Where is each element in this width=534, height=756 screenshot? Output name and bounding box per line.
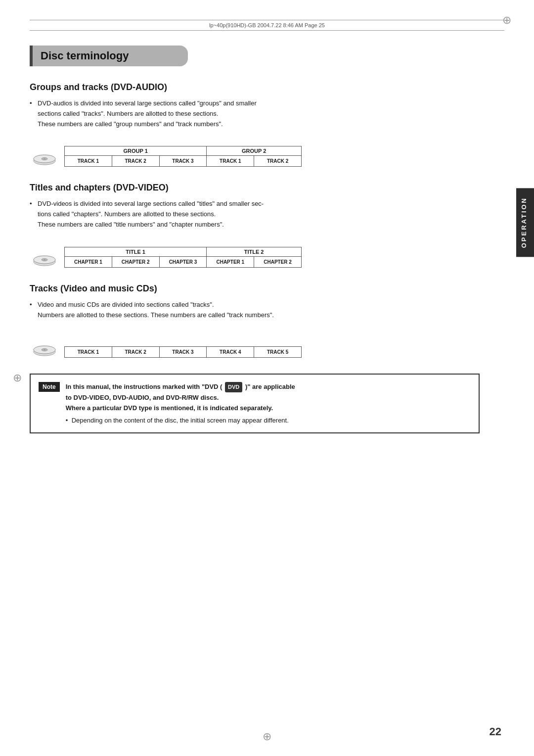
dvd-video-bullet: DVD-videos is divided into several large… (30, 199, 480, 230)
note-label: Note (39, 382, 60, 392)
cd-tracks-row: TRACK 1 TRACK 2 TRACK 3 TRACK 4 TRACK 5 (65, 347, 301, 357)
title-header-row: TITLE 1 TITLE 2 (65, 247, 301, 257)
disc-icon-audio (30, 137, 59, 167)
cd-tracks-section: Tracks (Video and music CDs) Video and m… (30, 284, 480, 358)
dvd-video-heading: Titles and chapters (DVD-VIDEO) (30, 183, 480, 193)
audio-track-4: TRACK 1 (207, 156, 254, 166)
disc-icon-video (30, 238, 59, 268)
audio-track-1: TRACK 1 (65, 156, 112, 166)
note-line1: In this manual, the instructions marked … (66, 381, 295, 392)
crosshair-left-mid-icon: ⊕ (13, 373, 22, 383)
cd-tracks-diagram: TRACK 1 TRACK 2 TRACK 3 TRACK 4 TRACK 5 (30, 328, 480, 358)
cd-track-3: TRACK 3 (160, 347, 207, 357)
group2-header: GROUP 2 (207, 146, 301, 155)
chapter-1: CHAPTER 1 (65, 257, 112, 267)
chapter-3: CHAPTER 3 (160, 257, 207, 267)
audio-track-3: TRACK 3 (160, 156, 207, 166)
crosshair-bottom-center-icon: ⊕ (263, 731, 271, 742)
title2-header: TITLE 2 (207, 247, 301, 256)
dvd-video-diagram: TITLE 1 TITLE 2 CHAPTER 1 CHAPTER 2 CHAP… (30, 238, 480, 268)
dvd-audio-heading: Groups and tracks (DVD-AUDIO) (30, 82, 480, 93)
svg-point-11 (44, 349, 45, 350)
disc-icon-cd (30, 328, 59, 358)
page-title: Disc terminology (41, 49, 180, 62)
title1-header: TITLE 1 (65, 247, 207, 256)
dvd-audio-section: Groups and tracks (DVD-AUDIO) DVD-audios… (30, 82, 480, 167)
chapter-4: CHAPTER 1 (207, 257, 254, 267)
audio-track-5: TRACK 2 (254, 156, 301, 166)
track-label: TRACK 3 (172, 158, 193, 164)
track-label: TRACK 2 (267, 158, 288, 164)
dvd-audio-bullet: DVD-audios is divided into several large… (30, 98, 480, 129)
audio-tracks-row: TRACK 1 TRACK 2 TRACK 3 TRACK 1 TRACK 2 (65, 156, 301, 166)
main-content: Disc terminology Groups and tracks (DVD-… (30, 46, 480, 433)
section-title-bar: Disc terminology (30, 46, 188, 66)
cd-tracks-heading: Tracks (Video and music CDs) (30, 284, 480, 294)
svg-point-3 (44, 158, 45, 159)
track-label: TRACK 2 (125, 158, 146, 164)
header-text: lp~40p(910HD)-GB 2004.7.22 8:46 AM Page … (209, 22, 325, 28)
note-content: In this manual, the instructions marked … (66, 381, 295, 425)
track-label: TRACK 1 (220, 158, 241, 164)
chapter-2: CHAPTER 2 (112, 257, 160, 267)
note-box: Note In this manual, the instructions ma… (30, 374, 480, 433)
chapter-5: CHAPTER 2 (254, 257, 301, 267)
group-header-row: GROUP 1 GROUP 2 (65, 146, 301, 156)
page-container: ⊕ ⊕ ⊕ lp~40p(910HD)-GB 2004.7.22 8:46 AM… (0, 0, 534, 756)
group1-header: GROUP 1 (65, 146, 207, 155)
operation-tab: OPERATION (516, 188, 534, 257)
track-label: TRACK 1 (78, 158, 99, 164)
audio-track-2: TRACK 2 (112, 156, 160, 166)
dvd-badge: DVD (225, 382, 242, 392)
page-header: lp~40p(910HD)-GB 2004.7.22 8:46 AM Page … (30, 20, 504, 31)
svg-point-7 (44, 259, 45, 260)
note-line2: to DVD-VIDEO, DVD-AUDIO, and DVD-R/RW di… (66, 392, 295, 403)
cd-tracks-bullet: Video and music CDs are divided into sec… (30, 300, 480, 321)
note-line3: Where a particular DVD type is mentioned… (66, 403, 295, 413)
cd-track-1: TRACK 1 (65, 347, 112, 357)
cd-track-4: TRACK 4 (207, 347, 254, 357)
note-bullet: Depending on the content of the disc, th… (66, 416, 295, 426)
cd-track-5: TRACK 5 (254, 347, 301, 357)
chapters-row: CHAPTER 1 CHAPTER 2 CHAPTER 3 CHAPTER 1 … (65, 257, 301, 267)
dvd-video-section: Titles and chapters (DVD-VIDEO) DVD-vide… (30, 183, 480, 267)
page-number: 22 (490, 725, 501, 738)
cd-track-2: TRACK 2 (112, 347, 160, 357)
dvd-audio-diagram: GROUP 1 GROUP 2 TRACK 1 TRACK 2 TRACK 3 (30, 137, 480, 167)
cd-tracks-table: TRACK 1 TRACK 2 TRACK 3 TRACK 4 TRACK 5 (64, 346, 302, 358)
title-diagram: TITLE 1 TITLE 2 CHAPTER 1 CHAPTER 2 CHAP… (64, 247, 302, 268)
group-diagram: GROUP 1 GROUP 2 TRACK 1 TRACK 2 TRACK 3 (64, 146, 302, 167)
